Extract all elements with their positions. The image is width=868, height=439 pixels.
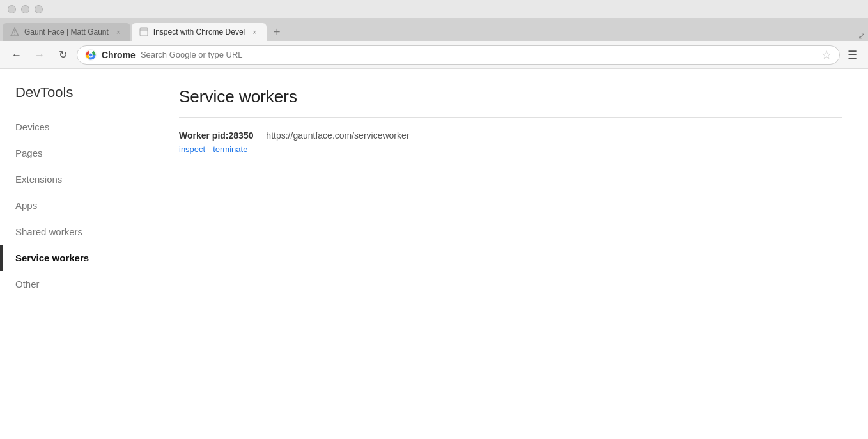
- sidebar-item-service-workers[interactable]: Service workers: [0, 245, 153, 271]
- sidebar-item-pages[interactable]: Pages: [0, 140, 153, 166]
- sidebar: DevTools Devices Pages Extensions Apps S…: [0, 69, 153, 439]
- tab-favicon-2: [139, 27, 148, 36]
- tab-favicon-1: [10, 27, 19, 36]
- sidebar-label-apps: Apps: [15, 200, 37, 211]
- divider: [179, 117, 842, 118]
- menu-icon[interactable]: ☰: [845, 45, 860, 65]
- title-bar: [0, 0, 868, 18]
- sidebar-item-extensions[interactable]: Extensions: [0, 166, 153, 192]
- worker-info: Worker pid:28350 https://gauntface.com/s…: [179, 130, 842, 141]
- sidebar-label-pages: Pages: [15, 148, 43, 158]
- content-area: Service workers Worker pid:28350 https:/…: [153, 69, 868, 439]
- close-button[interactable]: [8, 5, 16, 13]
- url-input[interactable]: Search Google or type URL: [141, 50, 816, 59]
- sidebar-title: DevTools: [0, 79, 153, 114]
- page-title: Service workers: [179, 87, 842, 107]
- resize-icon[interactable]: ⤢: [858, 31, 865, 41]
- svg-rect-3: [140, 28, 148, 36]
- sidebar-label-other: Other: [15, 279, 40, 289]
- sidebar-item-other[interactable]: Other: [0, 271, 153, 297]
- svg-point-2: [14, 34, 15, 35]
- toolbar: ← → ↻ Chrome Search Google or type URL ☆…: [0, 41, 868, 69]
- new-tab-button[interactable]: +: [268, 23, 286, 41]
- sidebar-label-extensions: Extensions: [15, 174, 62, 185]
- bookmark-icon[interactable]: ☆: [821, 48, 832, 62]
- sidebar-item-apps[interactable]: Apps: [0, 192, 153, 219]
- reload-button[interactable]: ↻: [54, 46, 72, 64]
- sidebar-label-service-workers: Service workers: [15, 252, 89, 263]
- tab-title-1: Gaunt Face | Matt Gaunt: [24, 27, 109, 36]
- main-area: DevTools Devices Pages Extensions Apps S…: [0, 69, 868, 439]
- svg-point-7: [89, 53, 93, 56]
- sidebar-item-shared-workers[interactable]: Shared workers: [0, 219, 153, 245]
- tab-close-2[interactable]: ×: [250, 27, 259, 36]
- sidebar-label-devices: Devices: [15, 121, 49, 132]
- tab-gauntface[interactable]: Gaunt Face | Matt Gaunt ×: [3, 23, 130, 41]
- chrome-logo-icon: [85, 49, 97, 61]
- back-button[interactable]: ←: [8, 46, 26, 64]
- worker-entry: Worker pid:28350 https://gauntface.com/s…: [179, 130, 842, 154]
- forward-button[interactable]: →: [31, 46, 49, 64]
- maximize-button[interactable]: [35, 5, 43, 13]
- minimize-button[interactable]: [21, 5, 29, 13]
- worker-url: https://gauntface.com/serviceworker: [266, 130, 409, 141]
- brand-label: Chrome: [102, 50, 136, 60]
- traffic-lights: [8, 5, 43, 13]
- tab-bar: Gaunt Face | Matt Gaunt × Inspect with C…: [0, 18, 868, 41]
- worker-pid: Worker pid:28350: [179, 130, 253, 141]
- terminate-link[interactable]: terminate: [213, 144, 247, 154]
- worker-actions: inspect terminate: [179, 144, 842, 154]
- sidebar-item-devices[interactable]: Devices: [0, 114, 153, 140]
- address-bar[interactable]: Chrome Search Google or type URL ☆: [77, 45, 840, 65]
- inspect-link[interactable]: inspect: [179, 144, 205, 154]
- tab-devtools[interactable]: Inspect with Chrome Devel ×: [132, 23, 267, 41]
- sidebar-label-shared-workers: Shared workers: [15, 226, 82, 237]
- tab-title-2: Inspect with Chrome Devel: [153, 27, 245, 36]
- tab-close-1[interactable]: ×: [114, 27, 123, 36]
